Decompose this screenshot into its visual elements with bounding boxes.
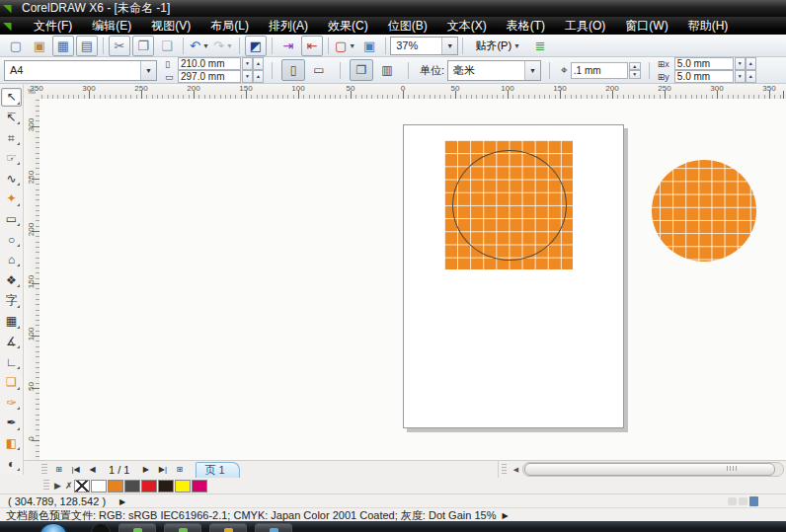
freehand-tool[interactable]: ∿: [1, 169, 22, 188]
status-expand-icon[interactable]: ▶: [119, 497, 125, 506]
dimension-tool[interactable]: ∡: [1, 333, 22, 351]
color-eyedropper-tool[interactable]: ✑: [1, 394, 22, 413]
menu-item-1[interactable]: 编辑(E): [82, 17, 141, 35]
paste-button[interactable]: ❑: [156, 36, 178, 56]
chevron-down-icon[interactable]: ▼: [524, 61, 540, 80]
undo-button[interactable]: ↶▼: [189, 36, 210, 56]
basic-shapes-tool[interactable]: ❖: [1, 270, 22, 289]
magenta-swatch[interactable]: [192, 480, 207, 493]
vertical-ruler[interactable]: 300250200150100500: [24, 99, 40, 460]
rectangle-tool[interactable]: ▭: [1, 210, 22, 229]
zoom-pan-tool[interactable]: ☞: [1, 149, 22, 168]
redo-button[interactable]: ↷▼: [212, 36, 234, 56]
scrollbar-thumb[interactable]: [524, 463, 775, 476]
menu-item-11[interactable]: 帮助(H): [678, 17, 739, 35]
landscape-orientation-button[interactable]: ▭: [307, 59, 331, 81]
fill-tool[interactable]: ◧: [1, 434, 22, 453]
menu-item-7[interactable]: 文本(X): [437, 17, 497, 35]
menu-item-8[interactable]: 表格(T): [497, 17, 555, 35]
interactive-fill-tool[interactable]: ◐: [1, 454, 22, 473]
scroll-left-button[interactable]: ◀: [510, 463, 522, 476]
duplicate-x-field[interactable]: 5.0 mm: [674, 57, 734, 70]
menu-item-10[interactable]: 窗口(W): [615, 17, 677, 35]
menu-item-5[interactable]: 效果(C): [318, 17, 378, 35]
zoom-level-combo[interactable]: 37%▼: [390, 37, 458, 55]
taskbar-app-4[interactable]: [255, 523, 292, 532]
circle-outline[interactable]: [452, 150, 567, 261]
outline-pen-tool[interactable]: ✒: [1, 414, 22, 432]
welcome-screen-button[interactable]: ▣: [358, 36, 380, 56]
smart-drawing-tool[interactable]: ✦: [1, 190, 22, 208]
table-tool[interactable]: ▦: [1, 312, 22, 331]
current-page-button[interactable]: ▥: [375, 59, 399, 81]
print-button[interactable]: ▤: [76, 36, 98, 56]
page-1-tab[interactable]: 页 1: [196, 462, 239, 478]
open-button[interactable]: ▣: [29, 36, 50, 56]
orange-swatch[interactable]: [108, 480, 123, 493]
chevron-down-icon[interactable]: ▼: [349, 42, 355, 49]
menu-item-6[interactable]: 位图(B): [378, 17, 437, 35]
next-page-button[interactable]: ▶: [138, 463, 153, 477]
page-width-spinner[interactable]: ▼▲: [242, 57, 264, 70]
copy-button[interactable]: ❐: [132, 36, 154, 56]
dark-brown-swatch[interactable]: [158, 480, 174, 493]
connector-tool[interactable]: ∟: [1, 352, 22, 371]
first-page-button[interactable]: |◀: [68, 463, 83, 477]
nudge-distance-field[interactable]: .1 mm: [571, 62, 628, 79]
blend-tool[interactable]: ❏: [1, 373, 22, 392]
menu-item-4[interactable]: 排列(A): [259, 17, 318, 35]
scrollbar-grip[interactable]: [502, 464, 507, 475]
corel-connect-button[interactable]: ◩: [245, 36, 267, 56]
import-button[interactable]: ⇥: [277, 36, 299, 56]
taskbar-app-3[interactable]: [209, 523, 247, 532]
taskbar-tray-icon[interactable]: [91, 523, 111, 532]
gray-swatch[interactable]: [124, 480, 140, 493]
drawing-canvas[interactable]: [39, 99, 786, 460]
white-swatch[interactable]: [91, 480, 107, 493]
taskbar-app-2[interactable]: [164, 523, 201, 532]
taskbar-app-1[interactable]: [118, 523, 156, 532]
palette-flyout-icon[interactable]: ▶: [54, 481, 61, 491]
duplicate-y-spinner[interactable]: ▼▲: [735, 70, 756, 83]
menu-item-3[interactable]: 布局(L): [200, 17, 259, 35]
yellow-swatch[interactable]: [175, 480, 191, 493]
no-color-swatch[interactable]: [74, 480, 90, 493]
menu-item-9[interactable]: 工具(O): [555, 17, 615, 35]
polygon-tool[interactable]: ⌂: [1, 251, 22, 269]
page-height-spinner[interactable]: ▼▲: [242, 70, 264, 83]
application-launcher-button[interactable]: ▢▼: [334, 36, 356, 56]
save-button[interactable]: ▦: [52, 36, 74, 56]
nudge-spinner[interactable]: ▲▼: [629, 62, 641, 79]
options-button[interactable]: ≣: [529, 36, 551, 56]
add-page-button[interactable]: ⊞: [51, 463, 66, 477]
portrait-orientation-button[interactable]: ▯: [281, 59, 305, 81]
duplicate-y-field[interactable]: 5.0 mm: [674, 70, 734, 83]
export-button[interactable]: ⇤: [301, 36, 323, 56]
crop-tool[interactable]: ⌗: [1, 128, 22, 147]
scrollbar-track[interactable]: [522, 462, 784, 477]
page-size-preset-combo[interactable]: A4 ▼: [4, 60, 157, 81]
palette-grip[interactable]: [43, 480, 49, 492]
chevron-down-icon[interactable]: ▼: [226, 42, 233, 49]
scrollbar-thumb-grip[interactable]: [727, 466, 737, 471]
start-button[interactable]: [39, 523, 67, 532]
previous-page-button[interactable]: ◀: [85, 463, 100, 477]
horizontal-ruler[interactable]: 3503002502001501005005010015020025030035…: [39, 84, 786, 100]
chevron-down-icon[interactable]: ▼: [441, 38, 457, 54]
ellipse-tool[interactable]: ○: [1, 230, 22, 249]
snap-dropdown[interactable]: 贴齐(P)▼: [468, 36, 527, 56]
pick-tool[interactable]: ↖: [1, 88, 22, 107]
last-page-button[interactable]: ▶|: [155, 463, 170, 477]
units-combo[interactable]: 毫米 ▼: [447, 60, 541, 81]
palette-eyedropper-icon[interactable]: ✗: [65, 481, 73, 491]
orange-grid-circle[interactable]: [652, 160, 756, 262]
page-width-field[interactable]: 210.0 mm: [178, 57, 241, 70]
new-document-button[interactable]: ▢: [5, 36, 27, 56]
chevron-down-icon[interactable]: ▼: [202, 42, 209, 49]
page-height-field[interactable]: 297.0 mm: [178, 70, 241, 83]
red-swatch[interactable]: [141, 480, 157, 493]
all-pages-button[interactable]: ❐: [350, 59, 373, 81]
chevron-down-icon[interactable]: ▼: [140, 61, 156, 80]
shape-tool[interactable]: ↸: [1, 109, 22, 127]
docker-grip[interactable]: [41, 464, 47, 476]
